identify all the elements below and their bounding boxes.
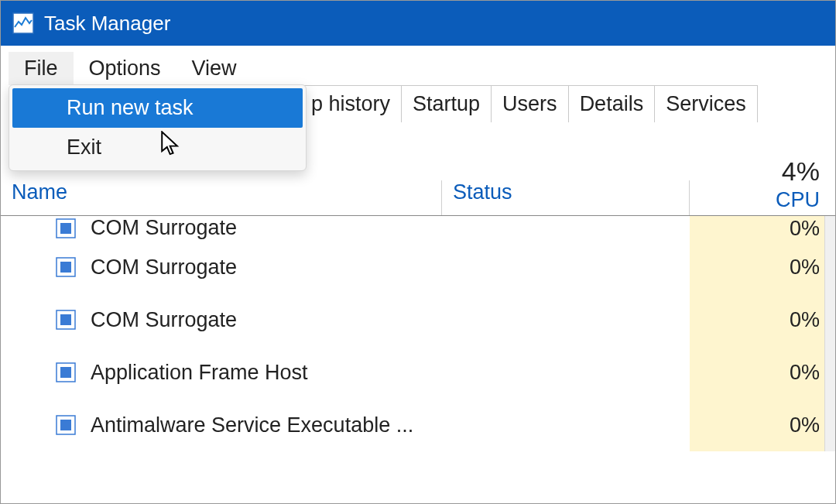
process-icon	[55, 256, 77, 278]
tab-startup[interactable]: Startup	[401, 85, 492, 122]
process-cpu: 0%	[690, 216, 835, 241]
column-name[interactable]: Name	[1, 180, 442, 215]
tab-services[interactable]: Services	[654, 85, 758, 122]
menu-view[interactable]: View	[176, 52, 252, 85]
process-name: COM Surrogate	[91, 308, 237, 332]
process-name: Antimalware Service Executable ...	[91, 413, 413, 437]
process-name: COM Surrogate	[91, 255, 237, 279]
process-cpu: 0%	[690, 293, 835, 346]
window-title: Task Manager	[44, 12, 170, 36]
menu-file[interactable]: File	[9, 52, 74, 85]
cpu-total: 4%	[701, 156, 820, 187]
process-cpu: 0%	[690, 399, 835, 451]
process-list: COM Surrogate 0% COM Surrogate 0% COM Su…	[1, 216, 835, 451]
menubar: File Options View Run new task Exit	[1, 46, 835, 85]
table-row[interactable]: COM Surrogate 0%	[1, 216, 835, 241]
column-status[interactable]: Status	[442, 180, 690, 215]
process-icon	[55, 218, 77, 239]
task-manager-icon	[12, 12, 35, 35]
column-cpu-label: CPU	[701, 188, 820, 212]
svg-rect-8	[60, 367, 71, 378]
titlebar: Task Manager	[1, 1, 835, 46]
process-name: Application Frame Host	[91, 361, 308, 385]
process-cpu: 0%	[690, 241, 835, 293]
process-icon	[55, 414, 77, 436]
table-row[interactable]: COM Surrogate 0%	[1, 241, 835, 293]
menu-options[interactable]: Options	[74, 52, 176, 85]
process-name: COM Surrogate	[91, 216, 237, 240]
process-cpu: 0%	[690, 346, 835, 399]
svg-rect-10	[60, 420, 71, 430]
column-status-label: Status	[453, 180, 512, 204]
file-dropdown: Run new task Exit	[9, 84, 307, 171]
svg-rect-2	[60, 223, 71, 234]
table-row[interactable]: Antimalware Service Executable ... 0%	[1, 399, 835, 451]
process-icon	[55, 362, 77, 383]
table-row[interactable]: Application Frame Host 0%	[1, 346, 835, 399]
process-icon	[55, 309, 77, 331]
tab-users[interactable]: Users	[491, 85, 569, 122]
tab-details[interactable]: Details	[568, 85, 656, 122]
menu-run-new-task[interactable]: Run new task	[12, 88, 303, 128]
column-name-label: Name	[12, 180, 67, 204]
column-cpu[interactable]: 4% CPU	[690, 156, 835, 215]
svg-rect-6	[60, 314, 71, 325]
vertical-scrollbar[interactable]	[824, 216, 835, 451]
svg-rect-4	[60, 262, 71, 273]
table-row[interactable]: COM Surrogate 0%	[1, 293, 835, 346]
menu-exit[interactable]: Exit	[12, 128, 303, 167]
